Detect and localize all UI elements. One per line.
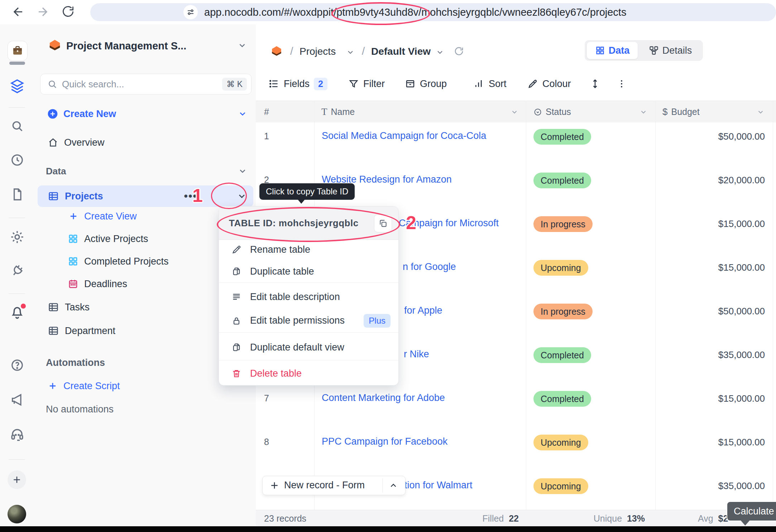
status-badge[interactable]: Completed [533,347,591,363]
grid-footer: 23 records Filled 22 Unique 13% Avg $2 [256,510,776,527]
annotation-ellipse-kebab [211,183,247,209]
group-button[interactable]: Group [405,67,447,101]
trash-icon [231,368,241,378]
column-header-name[interactable]: T Name [321,101,529,123]
cell-name[interactable]: n for Google [403,261,456,272]
menu-item-edit-table-permissions[interactable]: Edit table permissions Plus [219,309,398,332]
status-badge[interactable]: In progress [533,304,593,319]
menu-item-duplicate-table[interactable]: Duplicate table [219,260,398,282]
status-badge[interactable]: Completed [533,173,591,188]
annotation-ellipse-table-id [217,207,400,242]
cell-name[interactable]: r Nike [404,349,429,360]
fields-button[interactable]: Fields 2 [268,67,327,101]
cell-budget[interactable]: $35,000.00 [718,480,765,492]
data-section-header[interactable]: Data [34,161,256,181]
view-label: Completed Projects [84,256,169,267]
url-bar[interactable]: app.nocodb.com/#/woxdppit/ptmb9vty43uhd8… [90,3,776,21]
notifications-bell-icon[interactable] [0,305,34,320]
breadcrumb-table[interactable]: Projects [300,46,336,57]
site-info-icon[interactable] [183,5,198,19]
cell-budget[interactable]: $35,000.00 [718,349,765,361]
chevron-down-icon[interactable] [436,48,444,57]
tab-data[interactable]: Data [587,42,638,59]
announcements-megaphone-icon[interactable] [0,392,34,407]
colour-label: Colour [542,78,571,90]
chevron-down-icon[interactable] [238,166,247,176]
status-badge[interactable]: Upcoming [533,435,588,450]
grid-header: # T Name Status $ Budget [256,101,776,123]
status-badge[interactable]: Completed [533,391,591,407]
cell-name[interactable]: PPC Campaign for Facebook [322,436,447,447]
integrations-plug-icon[interactable] [0,254,35,287]
cell-budget[interactable]: $20,000.00 [718,175,765,186]
chevron-down-icon[interactable] [757,108,765,116]
menu-item-delete-table[interactable]: Delete table [219,362,398,385]
column-header-budget[interactable]: $ Budget [662,101,775,123]
chevron-down-icon[interactable] [346,48,355,57]
status-badge[interactable]: Completed [533,129,591,145]
reload-icon[interactable] [62,5,75,18]
table-row[interactable]: 7Content Marketing for AdobeCompleted$15… [256,385,776,429]
cell-budget[interactable]: $15,000.00 [718,393,765,404]
cell-budget[interactable]: $15,000.00 [718,262,765,273]
menu-item-duplicate-default-view[interactable]: Duplicate default view [219,334,398,360]
help-icon[interactable] [0,358,34,372]
caret-up-icon[interactable] [389,481,398,490]
group-box-icon [405,78,416,89]
filter-button[interactable]: Filter [348,67,385,101]
cell-budget[interactable]: $50,000.00 [718,131,765,142]
column-header-status[interactable]: Status [533,101,659,123]
cell-name[interactable]: tion for Walmart [404,480,473,491]
search-icon[interactable] [0,119,34,133]
chevron-down-icon[interactable] [238,109,247,119]
row-number: 7 [264,393,269,403]
status-badge[interactable]: Upcoming [533,260,588,276]
group-label: Group [420,78,447,90]
workspace-chevron-down-icon[interactable] [238,41,247,50]
breadcrumb-view[interactable]: Default View [371,46,431,57]
toolbar-kebab-button[interactable] [616,67,627,101]
chevron-down-icon[interactable] [511,108,518,116]
unique-stat[interactable]: Unique 13% [594,510,645,527]
menu-divider [219,360,398,361]
docs-icon[interactable] [0,187,34,202]
quick-search-input[interactable]: Quick search... ⌘ K [40,74,252,95]
cell-name[interactable]: Content Marketing for Adobe [322,392,445,403]
forward-icon[interactable] [36,5,49,19]
menu-item-edit-table-description[interactable]: Edit table description [219,285,398,309]
status-badge[interactable]: In progress [533,216,593,232]
chevron-down-icon[interactable] [640,108,647,116]
add-workspace-button[interactable] [8,470,26,489]
cell-budget[interactable]: $15,000.00 [718,437,765,448]
create-script-label: Create Script [63,381,120,392]
recent-clock-icon[interactable] [0,153,34,167]
workspace-title[interactable]: Project Management S... [66,40,186,52]
status-badge[interactable]: Upcoming [533,478,588,494]
user-avatar[interactable] [8,505,26,523]
avg-stat[interactable]: Avg $2 [698,510,728,527]
workspace-icon[interactable] [8,41,28,61]
new-record-button[interactable]: New record - Form [262,476,406,495]
table-icon [48,301,59,313]
sort-button[interactable]: Sort [474,67,507,101]
calculate-tooltip: Calculate [727,501,776,521]
fields-list-icon [268,78,279,90]
settings-gear-icon[interactable] [0,229,34,245]
all-bases-icon[interactable] [0,79,34,94]
back-icon[interactable] [11,5,25,19]
colour-button[interactable]: Colour [527,67,571,101]
cell-budget[interactable]: $15,000.00 [718,218,765,229]
cell-name[interactable]: Social Media Campaign for Coca-Cola [322,130,486,141]
filled-stat[interactable]: Filled 22 [483,510,519,527]
tab-details[interactable]: Details [640,42,701,59]
refresh-icon[interactable] [454,46,464,57]
table-row[interactable]: 8PPC Campaign for FacebookUpcoming$15,00… [256,428,776,472]
table-row[interactable]: 1Social Media Campaign for Coca-ColaComp… [256,122,776,166]
row-height-button[interactable] [590,67,600,101]
create-new-button[interactable]: Create New [34,104,256,124]
support-headset-icon[interactable] [0,427,34,442]
sidebar-item-overview[interactable]: Overview [34,132,256,153]
pencil-icon [231,245,241,255]
cell-budget[interactable]: $50,000.00 [718,306,765,317]
cell-name[interactable]: for Apple [404,305,442,316]
